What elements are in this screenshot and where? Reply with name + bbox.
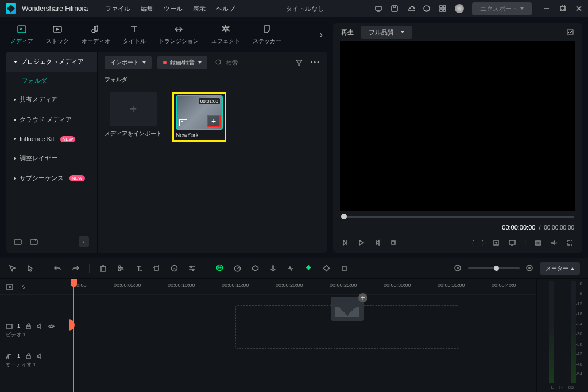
- preview-scrubber[interactable]: [341, 214, 347, 219]
- support-icon[interactable]: [423, 5, 431, 13]
- delete-icon[interactable]: [99, 264, 107, 273]
- svg-point-31: [220, 267, 221, 268]
- preview-canvas[interactable]: [340, 41, 575, 211]
- adjust-icon[interactable]: [188, 264, 196, 273]
- collapse-sidebar-icon[interactable]: ‹: [79, 236, 89, 247]
- cloud-icon[interactable]: [407, 5, 415, 13]
- mask-icon[interactable]: [251, 264, 260, 273]
- sidebar-folder[interactable]: フォルダ: [6, 72, 97, 90]
- next-frame-icon[interactable]: [373, 239, 381, 247]
- timeline-ruler[interactable]: 00:00 00:00:05:00 00:00:10:00 00:00:15:0…: [69, 279, 536, 295]
- tab-effect[interactable]: エフェクト: [211, 24, 240, 45]
- apps-icon[interactable]: [439, 5, 447, 13]
- svg-rect-0: [376, 6, 381, 10]
- audio-track-header[interactable]: 1 オーディオ 1: [0, 349, 69, 379]
- menu-edit[interactable]: 編集: [141, 5, 153, 13]
- zoom-slider[interactable]: [468, 267, 520, 269]
- more-icon[interactable]: •••: [310, 59, 320, 67]
- svg-rect-40: [26, 326, 30, 329]
- enhance-icon[interactable]: [304, 263, 313, 273]
- save-icon[interactable]: [390, 5, 399, 13]
- redo-icon[interactable]: [71, 264, 80, 273]
- export-button[interactable]: エクスポート: [472, 2, 532, 15]
- drop-zone[interactable]: [235, 305, 459, 349]
- tab-audio[interactable]: オーディオ: [82, 24, 110, 45]
- marker2-icon[interactable]: [340, 264, 349, 273]
- volume-icon[interactable]: [550, 239, 558, 247]
- visibility-icon[interactable]: [48, 323, 55, 329]
- text-icon[interactable]: [134, 264, 143, 273]
- import-card[interactable]: +: [110, 92, 157, 126]
- zoom-out-icon[interactable]: [454, 264, 462, 273]
- keyframe-icon[interactable]: [322, 264, 331, 273]
- menu-help[interactable]: ヘルプ: [216, 5, 235, 13]
- sidebar-subsequence[interactable]: サブシーケンスNEW: [6, 168, 97, 188]
- mute-icon[interactable]: [36, 323, 43, 329]
- quality-dropdown[interactable]: フル品質: [361, 26, 412, 39]
- stop-icon[interactable]: [389, 239, 397, 247]
- maximize-icon[interactable]: [559, 5, 566, 12]
- current-time: 00:00:00:00: [502, 224, 535, 231]
- tab-transition[interactable]: トランジション: [158, 24, 199, 45]
- playhead[interactable]: [74, 279, 74, 392]
- zoom-in-icon[interactable]: [525, 264, 534, 273]
- close-icon[interactable]: [575, 5, 582, 12]
- undo-icon[interactable]: [53, 264, 62, 273]
- search-input[interactable]: [226, 60, 261, 66]
- color-icon[interactable]: [170, 264, 179, 273]
- mic-icon[interactable]: [269, 264, 277, 273]
- speed-icon[interactable]: [233, 264, 242, 273]
- pointer-tool-icon[interactable]: [26, 264, 34, 273]
- tab-sticker[interactable]: ステッカー: [253, 24, 281, 45]
- brace-right-icon[interactable]: }: [482, 239, 484, 246]
- display-icon[interactable]: [508, 239, 516, 247]
- tab-stock[interactable]: ストック: [46, 24, 69, 45]
- menu-tools[interactable]: ツール: [164, 5, 183, 13]
- audio-sync-icon[interactable]: [287, 264, 295, 273]
- tab-title[interactable]: タイトル: [123, 24, 146, 45]
- clip-add-button[interactable]: +: [207, 115, 220, 127]
- record-button[interactable]: 録画/録音: [157, 56, 207, 69]
- camera-icon[interactable]: [534, 239, 542, 247]
- sidebar-cloud-media[interactable]: クラウド メディア: [6, 110, 97, 130]
- tab-media[interactable]: メディア: [10, 24, 33, 45]
- prev-frame-icon[interactable]: [341, 239, 349, 247]
- link-icon[interactable]: [20, 283, 28, 291]
- menu-file[interactable]: ファイル: [105, 5, 130, 13]
- lock-icon[interactable]: [25, 352, 32, 359]
- mute-icon[interactable]: [36, 352, 43, 359]
- filter-icon[interactable]: [295, 59, 303, 67]
- device-icon[interactable]: [374, 5, 382, 13]
- split-icon[interactable]: [117, 264, 125, 273]
- folder-icon[interactable]: [14, 238, 22, 246]
- crop-icon[interactable]: [152, 264, 161, 273]
- marker-icon[interactable]: [492, 239, 500, 247]
- svg-rect-8: [562, 5, 566, 10]
- fullscreen-icon[interactable]: [566, 239, 574, 247]
- sidebar-adjust-layer[interactable]: 調整レイヤー: [6, 148, 97, 168]
- video-track-header[interactable]: 1 ビデオ 1: [0, 319, 69, 349]
- timeline-tools: メーター: [0, 258, 588, 279]
- minimize-icon[interactable]: [543, 5, 550, 12]
- window-controls: [543, 5, 582, 12]
- snapshot-icon[interactable]: [566, 28, 574, 36]
- svg-point-10: [20, 28, 22, 30]
- media-clip[interactable]: 00:01:00 +: [176, 95, 223, 130]
- add-track-icon[interactable]: [6, 283, 14, 291]
- lock-icon[interactable]: [25, 323, 32, 329]
- select-tool-icon[interactable]: [8, 264, 17, 273]
- new-folder-icon[interactable]: [30, 238, 38, 246]
- preview-slider[interactable]: [333, 211, 582, 222]
- sidebar-project-media[interactable]: プロジェクトメディア: [6, 52, 97, 72]
- meter-toggle[interactable]: メーター: [540, 262, 580, 275]
- ai-icon[interactable]: [215, 263, 224, 273]
- menu-view[interactable]: 表示: [193, 5, 206, 13]
- import-button[interactable]: インポート: [105, 56, 152, 69]
- more-tabs-icon[interactable]: ›: [319, 29, 323, 41]
- sidebar-shared-media[interactable]: 共有メディア: [6, 90, 97, 110]
- play-icon[interactable]: [357, 239, 365, 247]
- brace-left-icon[interactable]: {: [472, 239, 474, 246]
- user-avatar[interactable]: [455, 4, 464, 13]
- timeline-tracks[interactable]: 00:00 00:00:05:00 00:00:10:00 00:00:15:0…: [69, 279, 536, 392]
- sidebar-influence-kit[interactable]: Influence KitNEW: [6, 130, 97, 148]
